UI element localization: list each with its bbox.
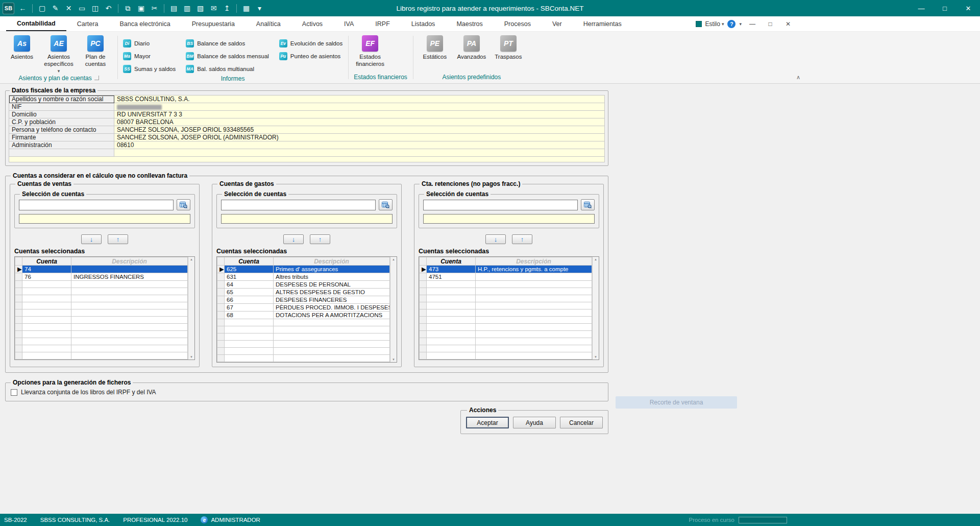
table-row[interactable] bbox=[15, 295, 188, 302]
ribbon-item-punteo-de-asientos[interactable]: PuPunteo de asientos bbox=[279, 52, 342, 60]
table-row[interactable] bbox=[420, 317, 592, 324]
descripcion-column-header[interactable]: Descripción bbox=[274, 257, 390, 266]
paste-icon[interactable]: ▣ bbox=[135, 2, 148, 15]
move-down-button[interactable]: ↓ bbox=[81, 234, 102, 244]
copy-icon[interactable]: ⧉ bbox=[121, 2, 134, 15]
account-description-field[interactable] bbox=[221, 214, 393, 224]
tab-contabilidad[interactable]: Contabilidad bbox=[6, 16, 66, 31]
table-row[interactable]: 631Altres tributs bbox=[217, 273, 390, 281]
descripcion-column-header[interactable]: Descripción bbox=[476, 257, 592, 266]
fiscal-label-cell[interactable] bbox=[9, 149, 114, 157]
ribbon-item-bal-saldos-multianual[interactable]: MABal. saldos multianual bbox=[186, 65, 269, 73]
descripcion-cell[interactable] bbox=[476, 324, 592, 331]
cuenta-cell[interactable] bbox=[22, 302, 71, 309]
mdi-close-button[interactable]: ✕ bbox=[781, 18, 795, 30]
print-icon[interactable]: ▤ bbox=[167, 2, 180, 15]
ribbon-item-asientos[interactable]: AsAsientos bbox=[6, 34, 38, 61]
ribbon-item-traspasos[interactable]: PTTraspasos bbox=[492, 34, 525, 61]
descripcion-cell[interactable] bbox=[71, 324, 188, 331]
cuenta-cell[interactable]: 76 bbox=[22, 273, 71, 281]
descripcion-cell[interactable]: PÈRDUES PROCED. IMMOB. I DESPESES EXCE bbox=[274, 304, 390, 312]
fiscal-value-cell[interactable]: SBSS CONSULTING, S.A. bbox=[114, 95, 605, 103]
print-settings-icon[interactable]: ▥ bbox=[181, 2, 193, 15]
descripcion-cell[interactable]: INGRESSOS FINANCERS bbox=[71, 273, 188, 281]
cuenta-cell[interactable] bbox=[427, 338, 476, 345]
cuenta-cell[interactable] bbox=[22, 288, 71, 295]
descripcion-cell[interactable] bbox=[476, 302, 592, 309]
descripcion-cell[interactable] bbox=[476, 331, 592, 338]
tab-herramientas[interactable]: Herramientas bbox=[573, 16, 632, 31]
table-row[interactable] bbox=[15, 338, 188, 345]
cuenta-cell[interactable] bbox=[225, 333, 274, 341]
descripcion-cell[interactable]: DOTACIONS PER A AMORTITZACIONS bbox=[274, 312, 390, 319]
cuenta-cell[interactable] bbox=[22, 338, 71, 345]
table-row[interactable] bbox=[420, 345, 592, 352]
descripcion-cell[interactable] bbox=[274, 326, 390, 333]
new-document-icon[interactable]: ▢ bbox=[36, 2, 48, 15]
fiscal-label-cell[interactable]: Domicilio bbox=[9, 111, 114, 118]
descripcion-cell[interactable] bbox=[71, 352, 188, 360]
table-row[interactable] bbox=[15, 352, 188, 360]
table-row[interactable] bbox=[15, 302, 188, 309]
edit-icon[interactable]: ✎ bbox=[49, 2, 62, 15]
move-down-button[interactable]: ↓ bbox=[485, 234, 506, 244]
table-row[interactable] bbox=[420, 295, 592, 302]
cuenta-cell[interactable]: 65 bbox=[225, 289, 274, 296]
tab-presupuestaria[interactable]: Presupuestaria bbox=[181, 16, 246, 31]
descripcion-cell[interactable] bbox=[71, 338, 188, 345]
open-folder-icon[interactable]: ▭ bbox=[76, 2, 88, 15]
table-row[interactable]: ▶473H.P., retencions y pgmts. a compte bbox=[420, 266, 592, 273]
scroll-down-icon[interactable]: ▼ bbox=[190, 355, 193, 358]
fiscal-value-cell[interactable]: 08610 bbox=[114, 141, 605, 149]
descripcion-cell[interactable] bbox=[274, 319, 390, 326]
descripcion-cell[interactable] bbox=[71, 317, 188, 324]
lookup-accounts-button[interactable] bbox=[379, 199, 393, 210]
cuenta-cell[interactable] bbox=[22, 295, 71, 302]
descripcion-cell[interactable] bbox=[274, 333, 390, 341]
descripcion-cell[interactable]: DESPESES DE PERSONAL bbox=[274, 281, 390, 289]
move-up-button[interactable]: ↑ bbox=[108, 234, 128, 244]
descripcion-cell[interactable] bbox=[71, 345, 188, 352]
cuenta-cell[interactable]: 473 bbox=[427, 266, 476, 273]
descripcion-cell[interactable] bbox=[476, 295, 592, 302]
table-row[interactable]: 66DESPESES FINANCERES bbox=[217, 296, 390, 304]
descripcion-cell[interactable] bbox=[476, 352, 592, 360]
lookup-accounts-button[interactable] bbox=[177, 199, 190, 210]
send-mail-icon[interactable]: ✉ bbox=[207, 2, 220, 15]
table-row[interactable] bbox=[15, 324, 188, 331]
cuenta-column-header[interactable]: Cuenta bbox=[22, 257, 71, 266]
descripcion-cell[interactable]: DESPESES FINANCERES bbox=[274, 296, 390, 304]
fiscal-value-cell[interactable] bbox=[114, 103, 605, 111]
cuenta-cell[interactable] bbox=[427, 352, 476, 360]
descripcion-cell[interactable] bbox=[476, 338, 592, 345]
account-search-input[interactable] bbox=[221, 200, 376, 210]
move-up-button[interactable]: ↑ bbox=[512, 234, 532, 244]
fiscal-new-row-cell[interactable] bbox=[9, 157, 605, 162]
ribbon-item-mayor[interactable]: MaMayor bbox=[123, 52, 176, 60]
table-row[interactable] bbox=[420, 302, 592, 309]
ribbon-item-plan-de-cuentas[interactable]: PCPlan de cuentas bbox=[79, 34, 112, 67]
cuenta-cell[interactable]: 625 bbox=[225, 266, 274, 273]
table-row[interactable] bbox=[217, 348, 390, 355]
table-row[interactable] bbox=[217, 341, 390, 348]
descripcion-cell[interactable] bbox=[274, 341, 390, 348]
aceptar-button[interactable]: Aceptar bbox=[466, 417, 509, 428]
minimize-button[interactable]: — bbox=[910, 0, 933, 16]
vertical-scrollbar[interactable]: ▲▼ bbox=[390, 257, 397, 362]
cuenta-cell[interactable] bbox=[22, 317, 71, 324]
cuenta-cell[interactable] bbox=[22, 345, 71, 352]
mdi-minimize-button[interactable]: — bbox=[745, 18, 760, 30]
descripcion-cell[interactable] bbox=[71, 331, 188, 338]
descripcion-cell[interactable] bbox=[476, 288, 592, 295]
save-icon[interactable]: ◫ bbox=[89, 2, 102, 15]
move-up-button[interactable]: ↑ bbox=[310, 234, 330, 244]
descripcion-cell[interactable] bbox=[71, 266, 188, 273]
cuenta-cell[interactable] bbox=[427, 345, 476, 352]
cuenta-cell[interactable] bbox=[427, 302, 476, 309]
table-row[interactable] bbox=[217, 355, 390, 362]
table-row[interactable]: 76INGRESSOS FINANCERS bbox=[15, 273, 188, 281]
descripcion-cell[interactable] bbox=[476, 345, 592, 352]
fiscal-value-cell[interactable]: RD UNIVERSITAT 7 3 3 bbox=[114, 111, 605, 118]
cuenta-cell[interactable]: 67 bbox=[225, 304, 274, 312]
cuenta-cell[interactable] bbox=[225, 319, 274, 326]
